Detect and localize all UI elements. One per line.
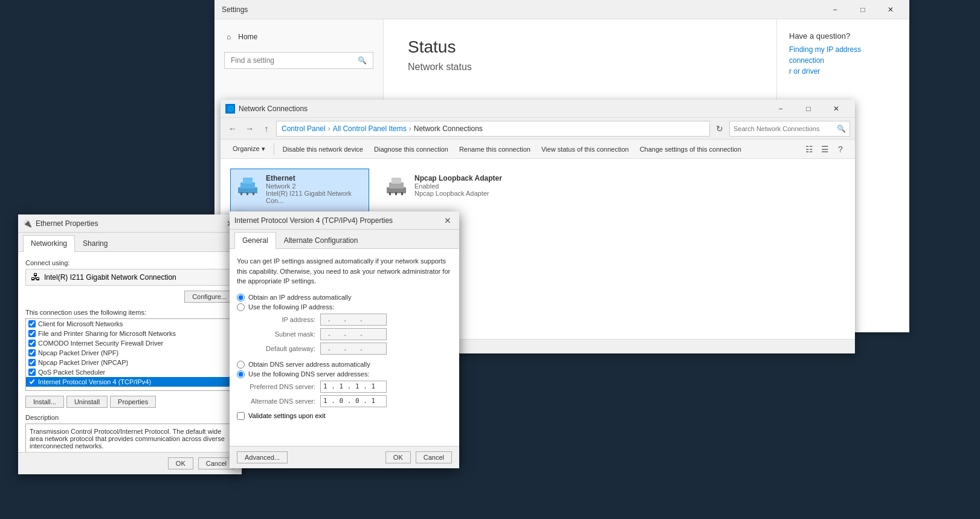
view-status-button[interactable]: View status of this connection [537, 143, 634, 155]
settings-subtitle: Network status [408, 62, 752, 73]
item-label-2: COMODO Internet Security Firewall Driver [38, 340, 163, 347]
back-button[interactable]: ← [225, 121, 240, 136]
list-item[interactable]: COMODO Internet Security Firewall Driver [26, 338, 234, 348]
netconn-titlebar-buttons: − □ ✕ [767, 99, 850, 118]
list-item[interactable]: QoS Packet Scheduler [26, 367, 234, 377]
ipv4-tab-bar: General Alternate Configuration [230, 230, 459, 249]
driver-link[interactable]: r or driver [789, 67, 897, 76]
use-dns-row: Use the following DNS server addresses: [237, 370, 452, 378]
item-checkbox-6[interactable] [28, 378, 36, 385]
ip-address-input[interactable] [320, 314, 387, 326]
item-checkbox-4[interactable] [28, 359, 36, 366]
install-button[interactable]: Install... [25, 396, 64, 408]
item-checkbox-5[interactable] [28, 369, 36, 376]
tab-networking[interactable]: Networking [23, 235, 75, 252]
path-network-connections: Network Connections [414, 124, 483, 133]
ipv4-footer: Advanced... OK Cancel [230, 446, 459, 468]
obtain-dns-radio[interactable] [237, 361, 245, 369]
ipv4-cancel-button[interactable]: Cancel [416, 451, 452, 463]
settings-titlebar: Settings − □ ✕ [214, 0, 909, 19]
gateway-input[interactable] [320, 343, 387, 355]
path-control-panel[interactable]: Control Panel [282, 124, 326, 133]
npcap-name: Npcap Loopback Adapter [414, 174, 502, 182]
list-item[interactable]: Npcap Packet Driver (NPF) [26, 348, 234, 358]
organize-button[interactable]: Organize ▾ [228, 143, 270, 155]
eth-ok-button[interactable]: OK [168, 457, 193, 469]
svg-rect-11 [401, 192, 403, 195]
netconn-title: Network Connections [239, 105, 308, 113]
ipv4-info-text: You can get IP settings assigned automat… [237, 256, 452, 286]
up-button[interactable]: ↑ [259, 121, 274, 136]
tab-general[interactable]: General [234, 232, 276, 249]
alternate-dns-input[interactable] [320, 395, 387, 407]
search-icon: 🔍 [358, 56, 367, 65]
diagnose-button[interactable]: Diagnose this connection [369, 143, 453, 155]
netconn-minimize-button[interactable]: − [767, 99, 795, 118]
ethernet-properties-window: 🔌 Ethernet Properties ✕ Networking Shari… [18, 214, 242, 474]
settings-search-box: 🔍 [224, 52, 373, 69]
ipv4-ok-button[interactable]: OK [385, 451, 411, 463]
tab-sharing[interactable]: Sharing [75, 235, 115, 251]
rename-button[interactable]: Rename this connection [454, 143, 535, 155]
use-dns-radio[interactable] [237, 370, 245, 378]
view-toggle-button[interactable]: ☰ [817, 142, 832, 156]
help-button[interactable]: ? [833, 142, 848, 156]
forward-button[interactable]: → [242, 121, 257, 136]
search-icon: 🔍 [837, 124, 846, 133]
alternate-dns-row: Alternate DNS server: [249, 395, 452, 407]
path-all-items[interactable]: All Control Panel Items [333, 124, 407, 133]
change-settings-button[interactable]: Change settings of this connection [635, 143, 746, 155]
alternate-dns-label: Alternate DNS server: [249, 398, 315, 405]
obtain-auto-radio[interactable] [237, 294, 245, 301]
disable-button[interactable]: Disable this network device [278, 143, 368, 155]
eth-cancel-button[interactable]: Cancel [198, 457, 234, 469]
device-icon: 🖧 [31, 272, 40, 283]
validate-checkbox[interactable] [237, 412, 245, 420]
minimize-button[interactable]: − [821, 0, 849, 19]
preferred-dns-input[interactable] [320, 381, 387, 393]
tab-alternate-config[interactable]: Alternate Configuration [276, 232, 366, 248]
search-input[interactable] [733, 125, 834, 132]
item-checkbox-2[interactable] [28, 340, 36, 347]
close-button[interactable]: ✕ [877, 0, 904, 19]
list-item[interactable]: Npcap Packet Driver (NPCAP) [26, 358, 234, 367]
items-actions: Install... Uninstall Properties [25, 396, 234, 408]
preferred-dns-row: Preferred DNS server: [249, 381, 452, 393]
item-label-6: Internet Protocol Version 4 (TCP/IPv4) [38, 378, 151, 385]
home-label: Home [238, 33, 257, 41]
list-item[interactable]: Client for Microsoft Networks [26, 319, 234, 329]
list-item[interactable]: Internet Protocol Version 4 (TCP/IPv4) [26, 377, 234, 387]
items-list[interactable]: Client for Microsoft Networks File and P… [25, 318, 234, 391]
svg-rect-10 [395, 192, 397, 195]
view-options-button[interactable]: ☷ [802, 142, 816, 156]
eth-props-body: Connect using: 🖧 Intel(R) I211 Gigabit N… [18, 252, 242, 452]
dns-radio-group: Obtain DNS server address automatically … [237, 361, 452, 378]
connection-link[interactable]: connection [789, 56, 897, 65]
netconn-close-button[interactable]: ✕ [822, 99, 850, 118]
ethernet-info: Ethernet Network 2 Intel(R) I211 Gigabit… [266, 174, 364, 204]
toolbar-ribbon: Organize ▾ Disable this network device D… [221, 140, 855, 159]
obtain-auto-label: Obtain an IP address automatically [248, 294, 351, 301]
home-icon: ⌂ [227, 33, 231, 41]
netconn-maximize-button[interactable]: □ [795, 99, 822, 118]
ipv4-close[interactable]: ✕ [441, 214, 454, 227]
uninstall-button[interactable]: Uninstall [66, 396, 108, 408]
subnet-mask-input[interactable] [320, 328, 387, 340]
maximize-button[interactable]: □ [849, 0, 877, 19]
settings-home-nav[interactable]: ⌂ Home [214, 27, 383, 47]
properties-button[interactable]: Properties [110, 396, 156, 408]
item-checkbox-0[interactable] [28, 320, 36, 327]
finding-ip-link[interactable]: Finding my IP address [789, 45, 897, 54]
item-checkbox-3[interactable] [28, 349, 36, 356]
item-checkbox-1[interactable] [28, 330, 36, 337]
ethernet-detail1: Network 2 [266, 182, 364, 190]
use-dns-label: Use the following DNS server addresses: [248, 370, 370, 378]
list-item[interactable]: File and Printer Sharing for Microsoft N… [26, 329, 234, 338]
validate-label: Validate settings upon exit [248, 412, 326, 419]
settings-search-input[interactable] [231, 56, 358, 65]
advanced-button[interactable]: Advanced... [237, 451, 288, 463]
ethernet-detail2: Intel(R) I211 Gigabit Network Con... [266, 190, 364, 204]
use-following-radio[interactable] [237, 303, 245, 311]
configure-button[interactable]: Configure... [184, 291, 234, 303]
refresh-button[interactable]: ↻ [712, 121, 727, 136]
